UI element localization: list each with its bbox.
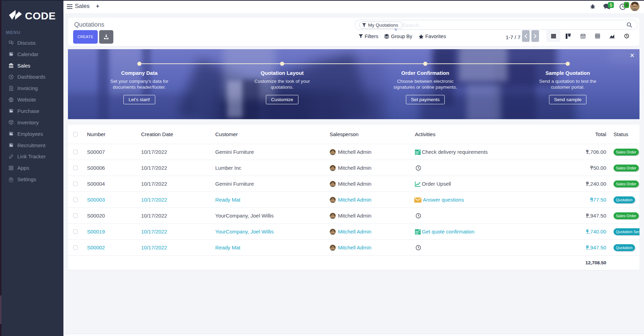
svg-text:CODE: CODE <box>25 10 56 21</box>
